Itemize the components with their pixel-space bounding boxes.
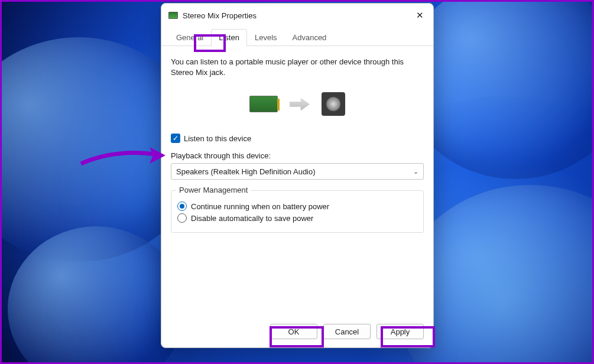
stereo-mix-properties-dialog: Stereo Mix Properties ✕ General Listen L… (161, 3, 434, 348)
tab-general[interactable]: General (168, 29, 211, 46)
arrow-right-icon (290, 98, 310, 110)
power-management-legend: Power Management (176, 186, 251, 194)
close-icon: ✕ (416, 10, 424, 21)
speaker-illustration-icon (322, 92, 345, 116)
chevron-down-icon: ⌄ (413, 168, 418, 176)
power-option-disable[interactable]: Disable automatically to save power (177, 213, 417, 223)
tab-advanced[interactable]: Advanced (285, 29, 335, 46)
power-management-group: Power Management Continue running when o… (171, 190, 424, 233)
dialog-footer: OK Cancel Apply (161, 317, 433, 347)
listen-checkbox-row[interactable]: ✓ Listen to this device (171, 134, 424, 143)
device-flow-illustration (171, 92, 424, 116)
playback-label: Playback through this device: (171, 151, 424, 160)
soundcard-illustration-icon (249, 96, 278, 112)
radio-continue-label: Continue running when on battery power (191, 202, 329, 211)
ok-button[interactable]: OK (270, 324, 317, 339)
soundcard-icon (168, 12, 178, 19)
tab-strip: General Listen Levels Advanced (161, 28, 433, 46)
power-option-continue[interactable]: Continue running when on battery power (177, 202, 417, 211)
apply-button[interactable]: Apply (376, 324, 424, 339)
titlebar: Stereo Mix Properties ✕ (161, 4, 433, 26)
listen-checkbox-label: Listen to this device (184, 134, 251, 143)
tab-content-listen: You can listen to a portable music playe… (161, 46, 433, 317)
tab-levels[interactable]: Levels (247, 29, 285, 46)
radio-disable[interactable] (177, 213, 187, 223)
playback-device-selected: Speakers (Realtek High Definition Audio) (176, 167, 316, 176)
radio-disable-label: Disable automatically to save power (191, 214, 313, 223)
close-button[interactable]: ✕ (406, 8, 433, 22)
tab-listen[interactable]: Listen (211, 29, 247, 46)
checkmark-icon: ✓ (173, 134, 178, 142)
listen-checkbox[interactable]: ✓ (171, 134, 180, 143)
playback-device-select[interactable]: Speakers (Realtek High Definition Audio)… (171, 163, 424, 180)
radio-continue[interactable] (177, 202, 187, 211)
window-title: Stereo Mix Properties (183, 11, 406, 20)
cancel-button[interactable]: Cancel (323, 324, 371, 339)
listen-description: You can listen to a portable music playe… (171, 57, 424, 78)
